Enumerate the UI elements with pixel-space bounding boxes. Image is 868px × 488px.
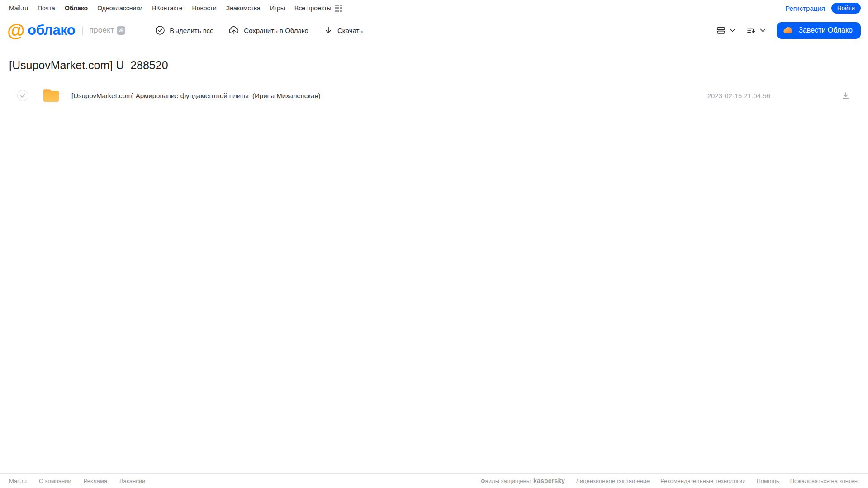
footer-license[interactable]: Лицензионное соглашение: [576, 478, 650, 484]
download-arrow-icon: [324, 26, 333, 35]
footer-help[interactable]: Помощь: [756, 478, 779, 484]
check-circle-icon: [155, 25, 165, 35]
checkmark-icon: [20, 93, 26, 98]
view-mode-dropdown[interactable]: [716, 25, 735, 35]
header-bar: @ облако | проект vk Выделить все: [0, 16, 868, 44]
top-nav-auth: Регистрация Войти: [785, 3, 861, 14]
chevron-down-icon: [760, 28, 766, 32]
header-right-controls: Завести Облако: [716, 22, 861, 39]
logo-divider: |: [81, 25, 84, 36]
view-mode-icon: [716, 25, 726, 35]
download-label: Скачать: [337, 27, 363, 34]
nav-znakomstva[interactable]: Знакомства: [226, 5, 261, 12]
nav-mailru[interactable]: Mail.ru: [9, 5, 28, 12]
logo-project-label: проект vk: [90, 26, 126, 35]
footer-about[interactable]: О компании: [39, 478, 71, 484]
footer-report-content[interactable]: Пожаловаться на контент: [790, 478, 860, 484]
protected-text: Файлы защищены: [481, 478, 531, 484]
nav-all-projects-label[interactable]: Все проекты: [294, 5, 332, 12]
row-checkbox[interactable]: [17, 90, 28, 101]
folder-icon: [42, 88, 60, 103]
sort-dropdown[interactable]: [746, 25, 766, 35]
file-date: 2023-02-15 21:04:56: [707, 92, 770, 99]
footer-mailru[interactable]: Mail.ru: [9, 478, 27, 484]
kaspersky-protection: Файлы защищены kaspersky: [481, 477, 565, 484]
project-text: проект: [90, 26, 114, 35]
select-all-label: Выделить все: [170, 27, 213, 34]
nav-pochta[interactable]: Почта: [38, 5, 55, 12]
get-cloud-button[interactable]: Завести Облако: [777, 22, 861, 39]
footer-right-links: Файлы защищены kaspersky Лицензионное со…: [481, 477, 860, 484]
mailru-at-icon: @: [7, 21, 25, 39]
save-to-cloud-button[interactable]: Сохранить в Облако: [229, 25, 308, 35]
footer-recommendation-tech[interactable]: Рекомендательные технологии: [660, 478, 745, 484]
footer-ads[interactable]: Реклама: [84, 478, 107, 484]
nav-odnoklassniki[interactable]: Одноклассники: [97, 5, 142, 12]
save-to-cloud-label: Сохранить в Облако: [244, 27, 308, 34]
page-title: [UsupovMarket.com] U_288520: [9, 59, 868, 72]
nav-igry[interactable]: Игры: [270, 5, 285, 12]
nav-vkontakte[interactable]: ВКонтакте: [152, 5, 182, 12]
cloud-logo[interactable]: @ облако | проект vk: [7, 21, 125, 39]
file-row[interactable]: [UsupovMarket.com] Армирование фундамент…: [0, 83, 868, 108]
footer: Mail.ru О компании Реклама Вакансии Файл…: [0, 473, 868, 488]
footer-jobs[interactable]: Вакансии: [119, 478, 145, 484]
top-nav: Mail.ru Почта Облако Одноклассники ВКонт…: [0, 0, 868, 16]
login-button[interactable]: Войти: [831, 3, 861, 14]
file-name-link[interactable]: [UsupovMarket.com] Армирование фундамент…: [71, 92, 321, 99]
top-nav-links: Mail.ru Почта Облако Одноклассники ВКонт…: [9, 5, 342, 12]
logo-text: облако: [28, 22, 75, 38]
apps-grid-icon[interactable]: [335, 5, 342, 12]
main-content: [UsupovMarket.com] U_288520 [UsupovMarke…: [0, 59, 868, 108]
sort-icon: [746, 25, 756, 35]
registration-link[interactable]: Регистрация: [785, 5, 825, 12]
row-download-icon[interactable]: [842, 91, 850, 99]
cloud-upload-icon: [229, 25, 239, 35]
get-cloud-label: Завести Облако: [798, 26, 853, 34]
kaspersky-logo[interactable]: kaspersky: [533, 477, 565, 484]
nav-novosti[interactable]: Новости: [192, 5, 217, 12]
cloud-icon: [783, 26, 794, 34]
nav-all-projects[interactable]: Все проекты: [294, 5, 342, 12]
file-toolbar: Выделить все Сохранить в Облако Скачать: [155, 25, 363, 35]
download-button[interactable]: Скачать: [324, 26, 363, 35]
vk-badge-icon: vk: [117, 26, 125, 35]
footer-left-links: Mail.ru О компании Реклама Вакансии: [9, 478, 145, 484]
nav-oblako[interactable]: Облако: [65, 5, 88, 12]
select-all-button[interactable]: Выделить все: [155, 25, 213, 35]
chevron-down-icon: [730, 28, 735, 32]
